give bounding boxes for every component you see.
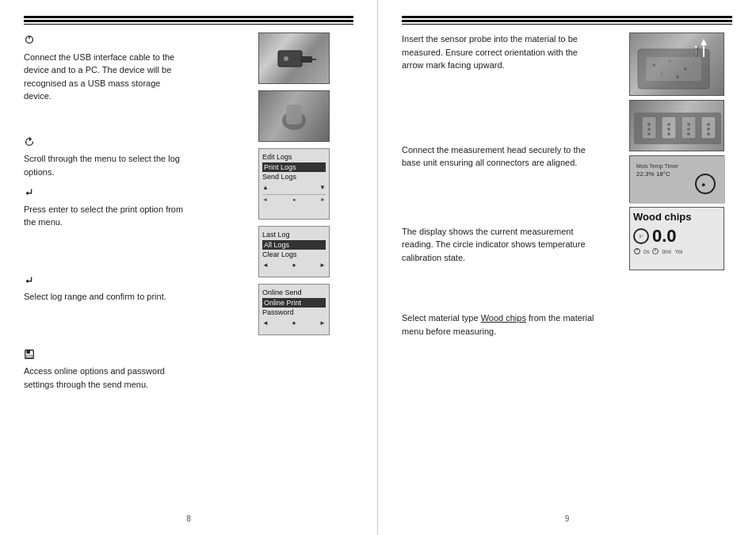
right-para-4: Select material type Wood chips from the… <box>402 311 596 338</box>
enter-section-2 <box>24 273 190 286</box>
scroll-right-3: ► <box>319 319 326 327</box>
wood-chips-display-row: 1° 0.0 <box>633 226 720 246</box>
right-text-block-4: Select material type Wood chips from the… <box>402 311 596 338</box>
refresh-icon <box>24 135 35 148</box>
hand-scan-image <box>258 90 330 142</box>
menu-scroll-1: ▲ ▼ <box>262 184 326 191</box>
power-icon <box>24 32 35 46</box>
para-3: Press enter to select the print option f… <box>24 203 190 229</box>
right-page-number: 9 <box>565 514 570 523</box>
right-page: Insert the sensor probe into the materia… <box>378 0 756 535</box>
arrow-marker <box>696 37 712 63</box>
menu-item-all-logs: All Logs <box>262 240 326 250</box>
menu-item-print-logs: Print Logs <box>262 162 326 173</box>
svg-rect-5 <box>278 51 302 67</box>
left-header-thin-line <box>24 24 353 25</box>
svg-text:●: ● <box>701 181 705 189</box>
right-text-block-1: Insert the sensor probe into the materia… <box>402 32 596 72</box>
right-main-content: Insert the sensor probe into the materia… <box>402 32 732 344</box>
svg-text:Mois  Temp  Timer: Mois Temp Timer <box>636 163 679 170</box>
svg-point-29 <box>667 123 670 126</box>
enter-icon-1 <box>24 185 35 198</box>
svg-point-7 <box>284 56 288 61</box>
power-section <box>24 32 190 46</box>
refresh-section <box>24 135 190 148</box>
connectors-image <box>629 100 724 151</box>
log-range-menu-image: Last Log All Logs Clear Logs ◄ ● ► <box>258 226 330 277</box>
svg-point-16 <box>661 72 663 75</box>
menu-item-password: Password <box>262 308 326 318</box>
text-block-2: Scroll through the menu to select the lo… <box>24 152 190 178</box>
left-header-lines <box>24 16 353 25</box>
status-right: ► <box>320 197 326 202</box>
scroll-down-arrow: ▼ <box>319 184 326 191</box>
right-header-thick-line <box>402 16 732 18</box>
svg-point-14 <box>669 60 671 63</box>
svg-point-32 <box>687 123 690 126</box>
svg-rect-12 <box>646 57 701 81</box>
svg-point-27 <box>647 128 651 131</box>
status-icons-row: 0s 0ml Yol <box>633 247 720 256</box>
left-page-number: 8 <box>186 514 191 523</box>
text-block-5: Access online options and password setti… <box>24 365 190 391</box>
svg-marker-20 <box>701 39 707 45</box>
svg-point-36 <box>707 128 710 131</box>
status-left: ◄ <box>262 197 268 202</box>
right-header-lines <box>402 16 732 25</box>
text-block-1: Connect the USB interface cable to the d… <box>24 51 190 103</box>
menu-item-online-send: Online Send <box>262 288 326 298</box>
scroll-up-arrow: ▲ <box>262 184 269 191</box>
scroll-up-2: ◄ <box>262 262 269 269</box>
wood-chips-title: Wood chips <box>633 211 720 223</box>
right-para-1: Insert the sensor probe into the materia… <box>402 32 596 72</box>
para-1: Connect the USB interface cable to the d… <box>24 51 190 103</box>
svg-point-28 <box>647 132 651 136</box>
status-mid: ● <box>292 197 296 202</box>
wood-chips-underline: Wood chips <box>481 313 526 323</box>
topview-image: ↑ <box>629 32 724 96</box>
enter-icon-2 <box>24 273 35 286</box>
svg-point-31 <box>667 132 670 136</box>
wood-chips-screen-image: Wood chips 1° 0.0 <box>629 207 724 270</box>
text-block-3: Press enter to select the print option f… <box>24 203 190 229</box>
logs-menu-image: Edit Logs Print Logs Send Logs ▲ ▼ ◄ ● ► <box>258 148 330 220</box>
save-section <box>24 347 190 361</box>
svg-point-18 <box>676 75 679 78</box>
svg-text:22.3%  18°C: 22.3% 18°C <box>636 170 670 178</box>
left-images-column: Edit Logs Print Logs Send Logs ▲ ▼ ◄ ● ► <box>258 32 353 397</box>
left-header-thick-line <box>24 16 353 18</box>
wood-chips-number: 0.0 <box>652 226 677 246</box>
svg-point-13 <box>652 63 655 67</box>
svg-rect-3 <box>27 350 30 353</box>
scroll-left-3: ◄ <box>262 319 269 327</box>
right-images-column: ↑ <box>629 32 732 344</box>
save-icon <box>24 347 35 361</box>
device-cable-image <box>258 32 330 84</box>
status-power-icon <box>633 247 641 256</box>
online-menu-image: Online Send Online Print Password ◄ ● ► <box>258 284 330 335</box>
status-check-icon: Yol <box>675 249 682 254</box>
svg-point-26 <box>647 123 651 126</box>
svg-point-37 <box>707 132 710 136</box>
svg-point-33 <box>687 128 690 131</box>
scroll-right-2: ► <box>319 262 326 269</box>
right-text-block-2: Connect the measurement head securely to… <box>402 143 596 170</box>
svg-rect-10 <box>286 105 302 124</box>
menu-item-last-log: Last Log <box>262 230 326 240</box>
para-4: Select log range and confirm to print. <box>24 290 190 304</box>
enter-section-1 <box>24 185 190 198</box>
svg-point-17 <box>693 63 694 64</box>
right-para-2: Connect the measurement head securely to… <box>402 143 596 170</box>
scroll-down-2: ● <box>292 262 296 269</box>
para-5: Access online options and password setti… <box>24 365 190 391</box>
right-text-column: Insert the sensor probe into the materia… <box>402 32 608 344</box>
menu-status-bar-1: ◄ ● ► <box>262 194 326 202</box>
left-text-column: Connect the USB interface cable to the d… <box>24 32 198 397</box>
circle-degree-text: 1° <box>639 234 643 239</box>
right-para-3: The display shows the current measuremen… <box>402 225 596 265</box>
menu-item-edit-logs: Edit Logs <box>262 152 326 162</box>
menu-scroll-3: ◄ ● ► <box>262 319 326 327</box>
left-header-thick-line-2 <box>24 20 353 22</box>
svg-point-34 <box>687 132 690 136</box>
menu-item-send-logs: Send Logs <box>262 172 326 182</box>
